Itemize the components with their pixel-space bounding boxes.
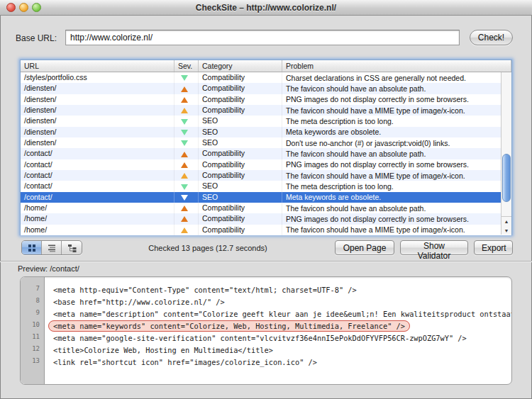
table-row[interactable]: /contact/SEOMeta keywords are obsolete. [21,192,511,203]
table-row[interactable]: /contact/CompatibilityPNG images do not … [21,159,511,170]
base-url-input[interactable] [65,30,460,45]
list-view-button[interactable] [42,241,62,254]
row-severity [174,203,199,213]
severity-low-icon [181,184,188,190]
row-category: SEO [199,127,282,137]
line-number: 8 [21,295,44,307]
severity-warning-icon [181,152,188,157]
row-url: /diensten/ [21,105,174,116]
row-url: /diensten/ [21,137,174,148]
open-page-button[interactable]: Open Page [335,240,394,255]
severity-minor-icon [181,108,188,113]
scrollbar-arrows: ▲ ▼ [501,216,511,235]
row-category: SEO [199,116,282,126]
row-severity [174,72,199,83]
severity-minor-icon [181,173,188,179]
show-validator-button[interactable]: Show Validator [400,240,468,255]
column-header-category[interactable]: Category [199,60,282,72]
table-row[interactable]: /diensten/CompatibilityThe favicon shoul… [21,105,511,116]
severity-warning-icon [181,162,188,168]
row-severity [174,170,199,181]
table-row[interactable]: /contact/CompatibilityThe favicon should… [21,148,511,159]
tree-view-icon [67,244,77,252]
row-problem: The favicon should have an absolute path… [282,84,511,93]
line-number: 13 [21,355,44,367]
row-category: Compatibility [199,148,282,159]
row-problem: PNG images do not display correctly in s… [282,95,511,103]
line-number: 10 [21,319,44,331]
base-url-label: Base URL: [16,33,57,43]
view-mode-segmented-control [21,240,82,255]
table-row[interactable]: /contact/CompatibilityThe favicon should… [21,170,511,181]
row-url: /contact/ [21,159,174,170]
row-problem: Meta keywords are obsolete. [282,128,511,136]
severity-warning-icon [181,206,188,211]
scroll-up-arrow-icon[interactable]: ▲ [501,217,511,226]
row-category: SEO [199,181,282,191]
table-row[interactable]: /diensten/CompatibilityThe favicon shoul… [21,83,511,94]
severity-low-icon [181,195,188,201]
line-number: 12 [21,343,44,355]
preview-pane: 78910111213 <meta http-equiv="Content-Ty… [20,276,512,385]
scrollbar-thumb[interactable] [502,154,511,203]
line-number: 11 [21,331,44,343]
export-button[interactable]: Export [474,240,513,255]
source-code-view: <meta http-equiv="Content-Type" content=… [45,277,511,384]
row-severity [174,148,199,159]
row-category: Compatibility [199,170,282,181]
app-window: CheckSite – http://www.colorize.nl/ Base… [0,0,532,399]
vertical-scrollbar[interactable]: ▲ ▼ [501,72,511,235]
row-category: Compatibility [199,83,282,94]
list-view-icon [48,244,56,252]
row-category: Compatibility [199,203,282,213]
row-severity [174,213,199,224]
row-severity [174,105,199,116]
grid-view-button[interactable] [22,241,42,254]
row-url: /contact/ [21,181,174,191]
grid-view-icon [28,244,36,252]
column-header-url[interactable]: URL [21,60,174,72]
table-row[interactable]: /diensten/SEODon't use no-anchor (#) or … [21,137,511,148]
row-category: Compatibility [199,72,282,83]
table-row[interactable]: /diensten/CompatibilityPNG images do not… [21,94,511,105]
column-header-problem[interactable]: Problem [282,60,511,72]
scroll-down-arrow-icon[interactable]: ▼ [501,226,511,235]
line-number: 9 [21,307,44,319]
row-severity [174,83,199,94]
table-row[interactable]: /home/CompatibilityThe favicon should ha… [21,203,511,213]
window-title: CheckSite – http://www.colorize.nl/ [0,3,532,13]
row-problem: The favicon should have a MIME type of i… [282,172,511,180]
table-row[interactable]: /diensten/SEOThe meta description is too… [21,116,511,126]
row-url: /diensten/ [21,127,174,137]
line-number-gutter: 78910111213 [21,277,45,384]
row-severity [174,127,199,137]
row-url: /styles/portfolio.css [21,72,174,83]
severity-warning-icon [181,86,188,92]
table-row[interactable]: /diensten/SEOMeta keywords are obsolete. [21,127,511,137]
table-row[interactable]: /styles/portfolio.cssCompatibilityCharse… [21,72,511,83]
code-line: <base href="http://www.colorize.nl/" /> [45,295,511,307]
row-problem: PNG images do not display correctly in s… [282,160,511,169]
row-problem: The favicon should have a MIME type of i… [282,225,511,234]
column-header-severity[interactable]: Sev. [174,60,199,72]
table-row[interactable]: /contact/SEOThe meta description is too … [21,181,511,191]
row-url: /diensten/ [21,116,174,126]
row-category: Compatibility [199,94,282,105]
table-row[interactable]: /home/CompatibilityPNG images do not dis… [21,213,511,224]
code-line: <meta name="keywords" content="Colorize,… [45,319,511,331]
row-category: Compatibility [199,105,282,116]
row-url: /diensten/ [21,83,174,94]
check-button[interactable]: Check! [470,30,513,45]
row-url: /contact/ [21,170,174,181]
row-problem: Don't use no-anchor (#) or javascript:vo… [282,139,511,147]
results-table: URL Sev. Category Problem /styles/portfo… [20,60,512,235]
row-category: SEO [199,192,282,203]
tree-view-button[interactable] [62,241,82,254]
row-problem: Charset declarations in CSS are generall… [282,74,511,82]
row-problem: The meta description is too long. [282,117,511,125]
row-severity [174,225,199,235]
table-row[interactable]: /home/CompatibilityThe favicon should ha… [21,225,511,235]
code-line: <title>Colorize Web, Hosting en Multimed… [45,343,511,355]
severity-warning-icon [181,97,188,103]
row-problem: PNG images do not display correctly in s… [282,215,511,223]
